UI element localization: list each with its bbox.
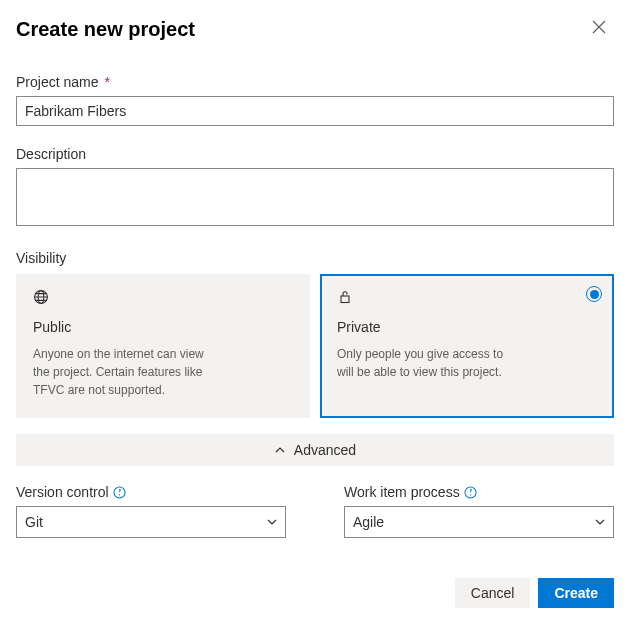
svg-rect-2 — [341, 296, 349, 303]
version-control-select[interactable]: Git — [16, 506, 286, 538]
project-name-label-text: Project name — [16, 74, 98, 90]
cancel-button[interactable]: Cancel — [455, 578, 531, 608]
work-item-process-select[interactable]: Agile — [344, 506, 614, 538]
description-label: Description — [16, 146, 614, 162]
radio-selected-icon — [586, 286, 602, 302]
visibility-label: Visibility — [16, 250, 614, 266]
visibility-options: Public Anyone on the internet can view t… — [16, 274, 614, 418]
dialog-title: Create new project — [16, 18, 195, 41]
chevron-up-icon — [274, 444, 286, 456]
work-item-process-label-text: Work item process — [344, 484, 460, 500]
visibility-card-public[interactable]: Public Anyone on the internet can view t… — [16, 274, 310, 418]
version-control-field: Version control Git — [16, 484, 286, 538]
info-icon[interactable] — [113, 486, 126, 499]
version-control-label-text: Version control — [16, 484, 109, 500]
globe-icon — [33, 289, 293, 309]
create-button[interactable]: Create — [538, 578, 614, 608]
version-control-value: Git — [25, 514, 43, 530]
visibility-private-desc: Only people you give access to will be a… — [337, 345, 517, 381]
project-name-input[interactable] — [16, 96, 614, 126]
lock-icon — [337, 289, 597, 309]
project-name-field: Project name * — [16, 74, 614, 126]
advanced-label: Advanced — [294, 442, 356, 458]
svg-point-4 — [465, 486, 476, 497]
info-icon[interactable] — [464, 486, 477, 499]
required-indicator: * — [104, 74, 109, 90]
advanced-section: Version control Git Work item process Ag… — [16, 484, 614, 538]
visibility-public-desc: Anyone on the internet can view the proj… — [33, 345, 213, 399]
dialog-footer: Cancel Create — [16, 578, 614, 624]
close-button[interactable] — [584, 16, 614, 42]
close-icon — [592, 20, 606, 34]
visibility-card-private[interactable]: Private Only people you give access to w… — [320, 274, 614, 418]
visibility-public-title: Public — [33, 319, 293, 335]
work-item-process-label: Work item process — [344, 484, 614, 500]
svg-point-3 — [114, 486, 125, 497]
project-name-label: Project name * — [16, 74, 614, 90]
description-input[interactable] — [16, 168, 614, 226]
work-item-process-field: Work item process Agile — [344, 484, 614, 538]
advanced-toggle[interactable]: Advanced — [16, 434, 614, 466]
visibility-private-title: Private — [337, 319, 597, 335]
version-control-label: Version control — [16, 484, 286, 500]
dialog-header: Create new project — [16, 16, 614, 42]
work-item-process-value: Agile — [353, 514, 384, 530]
description-field: Description — [16, 146, 614, 230]
